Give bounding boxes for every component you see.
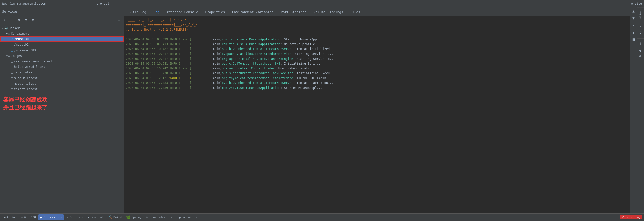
tab-files[interactable]: Files <box>347 8 364 16</box>
tree-item-java[interactable]: □ java:latest <box>0 70 124 75</box>
tree-item-museum[interactable]: □ museum:latest <box>0 75 124 81</box>
museum01-icon: □ <box>12 37 13 41</box>
top-bar: Web (in managementSystem project ⚙ site <box>0 0 644 7</box>
tree-item-museum01[interactable]: □ /museum01 <box>0 36 124 42</box>
log-entry-4: 2020-06-04 09:35:10.817 INFO 1 --- [ mai… <box>126 57 628 61</box>
log-entry-7: 2020-06-04 09:35:11.738 INFO 1 --- [ mai… <box>126 71 628 76</box>
top-bar-project: project <box>96 2 109 5</box>
status-btn-spring[interactable]: 🌿 Spring <box>124 214 143 220</box>
run-label: 4: Run <box>7 216 17 219</box>
tree-item-hello-world[interactable]: □ hello-world:latest <box>0 64 124 70</box>
tree-item-cainiao[interactable]: □ cainiao/museum:latest <box>0 59 124 64</box>
java-enterprise-icon: ☕ <box>146 215 148 219</box>
mysql01-label: /mysql01 <box>14 43 29 46</box>
hello-world-label: hello-world:latest <box>14 65 47 69</box>
status-btn-run[interactable]: ▶ 4: Run <box>2 214 19 220</box>
status-btn-endpoints[interactable]: ◉ Endpoints <box>177 214 199 220</box>
images-label: Images <box>11 54 22 58</box>
museum01-label: /museum01 <box>14 37 31 41</box>
tab-attached-console[interactable]: Attached Console <box>163 8 202 16</box>
tree-item-docker[interactable]: ▼ 🐳 Docker <box>0 25 124 31</box>
log-entry-2: 2020-06-04 09:35:10.787 INFO 1 --- [ mai… <box>126 47 628 52</box>
services-label: 8: Services <box>44 216 62 219</box>
toolbar-btn-add[interactable]: + <box>116 17 122 23</box>
mysql-label: mysql:latest <box>14 82 36 85</box>
tab-env-vars[interactable]: Environment Variables <box>228 8 277 16</box>
toolbar-scroll-down[interactable]: ▼ <box>631 15 637 21</box>
tab-volume-bindings[interactable]: Volume Bindings <box>310 8 347 16</box>
build-icon: 🔨 <box>108 215 112 219</box>
todo-label: 6: TODO <box>24 216 36 219</box>
status-btn-build[interactable]: 🔨 Build <box>106 214 124 220</box>
status-btn-java-enterprise[interactable]: ☕ Java Enterprise <box>144 214 176 220</box>
tree-item-mysql[interactable]: □ mysql:latest <box>0 81 124 86</box>
toolbar-scroll-up[interactable]: ▲ <box>631 8 637 14</box>
far-right-panel: Bean Validation Word Book <box>637 7 644 213</box>
problems-label: Problems <box>69 216 83 219</box>
sidebar-tree-content: ▼ 🐳 Docker ▼ ⊞ Containers □ /museum01 □ … <box>0 24 124 213</box>
status-btn-problems[interactable]: ⚠ Problems <box>64 214 85 220</box>
log-content[interactable]: |____| .-_| |_.-| |_.-, | / / / / ======… <box>124 16 630 213</box>
status-right: 2 Event Log <box>620 215 642 219</box>
docker-icon: 🐳 <box>4 26 8 30</box>
annotation-text: 容器已经创建成功并且已经跑起来了 <box>0 92 124 116</box>
tomcat-icon: □ <box>11 87 13 91</box>
tree-item-images[interactable]: ▼ ⊞ Images <box>0 53 124 59</box>
containers-expand-arrow: ▼ <box>6 32 8 35</box>
toolbar-trash[interactable]: 🗑 <box>631 36 637 42</box>
containers-icon: ⊞ <box>8 32 10 35</box>
toolbar-btn-filter[interactable]: ⊟ <box>23 17 29 23</box>
toolbar-btn-group[interactable]: ⊞ <box>16 17 22 23</box>
log-entry-9: 2020-06-04 09:35:12.483 INFO 1 --- [ mai… <box>126 81 628 85</box>
docker-label: Docker <box>9 26 20 30</box>
museum-label: museum:latest <box>14 76 38 80</box>
hello-world-icon: □ <box>11 65 13 69</box>
top-bar-site: ⚙ site <box>631 2 642 5</box>
toolbar-btn-align[interactable]: ⇅ <box>9 17 15 23</box>
tomcat-label: tomcat:latest <box>14 87 38 91</box>
sidebar: Services ↓ ⇅ ⊞ ⊟ ⊠ + ▼ 🐳 Docker ▼ ⊞ Cont… <box>0 7 124 213</box>
terminal-icon: ▪ <box>87 215 89 219</box>
mysql-icon: □ <box>11 82 13 85</box>
tab-build-log[interactable]: Build Log <box>125 8 150 16</box>
toolbar-download[interactable]: ↓ <box>631 29 637 35</box>
log-blank <box>126 32 628 37</box>
main-area: Services ↓ ⇅ ⊞ ⊟ ⊠ + ▼ 🐳 Docker ▼ ⊞ Cont… <box>0 7 644 213</box>
vertical-tab-bean-validation[interactable]: Bean Validation <box>637 7 644 38</box>
tree-item-containers[interactable]: ▼ ⊞ Containers <box>0 31 124 36</box>
tab-log[interactable]: Log <box>150 8 163 16</box>
mysql01-icon: □ <box>11 43 13 46</box>
tab-port-bindings[interactable]: Port Bindings <box>277 8 310 16</box>
log-entry-6: 2020-06-04 09:35:10.942 INFO 1 --- [ mai… <box>126 66 628 71</box>
tree-item-museum8083[interactable]: □ /museum-8083 <box>0 47 124 53</box>
run-icon: ▶ <box>4 215 6 219</box>
java-enterprise-label: Java Enterprise <box>149 216 174 219</box>
museum-icon: □ <box>11 76 13 80</box>
tree-item-mysql01[interactable]: □ /mysql01 <box>0 42 124 47</box>
status-btn-services[interactable]: ▶ 8: Services <box>38 214 64 220</box>
tree-item-tomcat[interactable]: □ tomcat:latest <box>0 86 124 92</box>
toolbar-wrap[interactable]: ⇌ <box>631 22 637 28</box>
museum8083-label: /museum-8083 <box>14 48 36 52</box>
log-ascii-3: :: Spring Boot :: (v2.2.6.RELEASE) <box>126 27 628 32</box>
status-btn-terminal[interactable]: ▪ Terminal <box>85 214 106 220</box>
spring-label: Spring <box>131 216 141 219</box>
log-entry-5: 2020-06-04 09:35:10.941 INFO 1 --- [ mai… <box>126 61 628 66</box>
cainiao-icon: □ <box>11 60 13 63</box>
status-btn-todo[interactable]: ≡ 6: TODO <box>19 214 38 220</box>
vertical-tab-word-book[interactable]: Word Book <box>637 38 644 60</box>
images-icon: ⊞ <box>8 54 10 58</box>
tab-properties[interactable]: Properties <box>202 8 228 16</box>
toolbar-btn-settings[interactable]: ⊠ <box>30 17 36 23</box>
log-ascii-1: |____| .-_| |_.-| |_.-, | / / / / <box>126 18 628 22</box>
event-log-button[interactable]: 2 Event Log <box>620 215 642 219</box>
build-label: Build <box>113 216 122 219</box>
log-entry-0: 2020-06-04 09:35:07.399 INFO 1 --- [ mai… <box>126 37 628 42</box>
log-entry-3: 2020-06-04 09:35:10.817 INFO 1 --- [ mai… <box>126 52 628 56</box>
log-entry-8: 2020-06-04 09:35:12.121 WARN 1 --- [ mai… <box>126 76 628 81</box>
right-panel: Build Log Log Attached Console Propertie… <box>124 7 630 213</box>
docker-expand-arrow: ▼ <box>2 27 4 30</box>
toolbar-btn-down[interactable]: ↓ <box>2 17 8 23</box>
java-icon: □ <box>11 71 13 74</box>
log-entry-10: 2020-06-04 09:35:12.489 INFO 1 --- [ mai… <box>126 86 628 90</box>
